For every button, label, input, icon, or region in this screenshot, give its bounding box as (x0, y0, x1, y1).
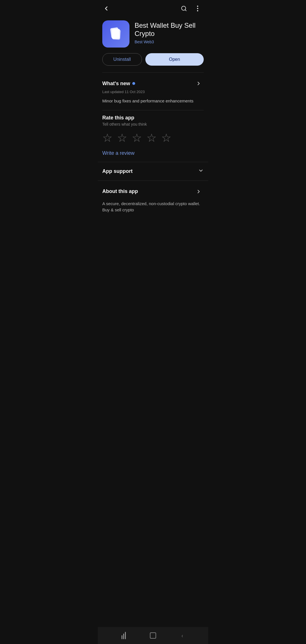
svg-rect-7 (112, 29, 120, 39)
nav-right-icons (178, 2, 204, 15)
whats-new-header: What's new (102, 78, 204, 89)
uninstall-button[interactable]: Uninstall (102, 53, 142, 66)
svg-point-2 (197, 6, 198, 7)
app-title: Best Wallet Buy Sell Crypto (135, 22, 204, 38)
svg-point-4 (197, 10, 198, 11)
write-review-button[interactable]: Write a review (102, 150, 135, 156)
whats-new-section: What's new Last updated 11 Oct 2023 Mino… (98, 73, 208, 110)
rate-app-section: Rate this app Tell others what you think… (98, 110, 208, 162)
more-options-button[interactable] (191, 2, 204, 15)
new-indicator-dot (132, 82, 135, 85)
app-support-title: App support (102, 168, 133, 174)
star-1[interactable]: ☆ (102, 132, 112, 143)
star-2[interactable]: ☆ (117, 132, 127, 143)
top-navigation (98, 0, 208, 17)
star-5[interactable]: ☆ (161, 132, 171, 143)
action-buttons: Uninstall Open (98, 53, 208, 72)
app-icon (102, 20, 129, 48)
rate-app-subtitle: Tell others what you think (102, 122, 204, 126)
whats-new-description: Minor bug fixes and performance enhancem… (102, 98, 204, 104)
about-app-title: About this app (102, 188, 138, 194)
about-app-header: About this app (102, 186, 204, 197)
whats-new-title: What's new (102, 81, 130, 87)
star-rating-row: ☆ ☆ ☆ ☆ ☆ (102, 132, 204, 143)
rate-app-title: Rate this app (102, 115, 204, 121)
search-button[interactable] (178, 2, 190, 15)
about-app-arrow-button[interactable] (194, 186, 204, 197)
whats-new-arrow-button[interactable] (194, 78, 204, 89)
app-developer[interactable]: Best Web3 (135, 40, 204, 44)
open-button[interactable]: Open (145, 53, 204, 66)
back-button[interactable] (100, 2, 112, 15)
whats-new-date: Last updated 11 Oct 2023 (102, 90, 204, 94)
app-header: Best Wallet Buy Sell Crypto Best Web3 (98, 17, 208, 53)
app-support-chevron-icon (198, 168, 204, 175)
whats-new-title-row: What's new (102, 81, 135, 87)
app-support-section[interactable]: App support (98, 162, 208, 181)
app-info: Best Wallet Buy Sell Crypto Best Web3 (135, 20, 204, 44)
star-4[interactable]: ☆ (146, 132, 157, 143)
about-app-description: A secure, decentralized, non-custodial c… (102, 201, 204, 213)
star-3[interactable]: ☆ (132, 132, 142, 143)
svg-point-3 (197, 8, 198, 9)
svg-line-1 (185, 10, 186, 11)
about-app-section: About this app A secure, decentralized, … (98, 181, 208, 219)
